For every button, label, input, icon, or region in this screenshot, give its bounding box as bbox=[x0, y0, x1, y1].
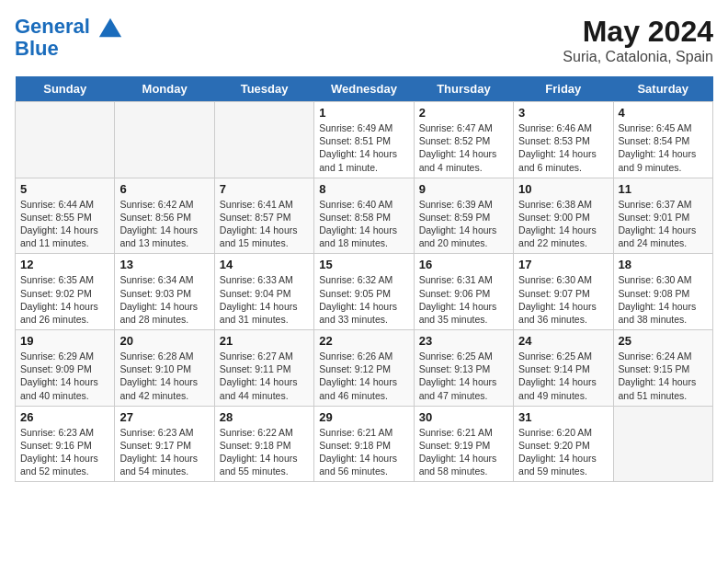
sunset-text: Sunset: 9:00 PM bbox=[518, 211, 608, 224]
day-cell-19: 19Sunrise: 6:29 AMSunset: 9:09 PMDayligh… bbox=[16, 330, 115, 407]
day-number: 9 bbox=[419, 182, 508, 196]
daylight-text: Daylight: 14 hours and 24 minutes. bbox=[619, 224, 708, 249]
sunrise-text: Sunrise: 6:45 AM bbox=[619, 121, 708, 134]
empty-cell bbox=[16, 102, 115, 178]
sunset-text: Sunset: 9:06 PM bbox=[419, 287, 508, 300]
day-cell-31: 31Sunrise: 6:20 AMSunset: 9:20 PMDayligh… bbox=[514, 406, 613, 482]
daylight-text: Daylight: 14 hours and 35 minutes. bbox=[419, 300, 508, 326]
day-cell-22: 22Sunrise: 6:26 AMSunset: 9:12 PMDayligh… bbox=[314, 330, 414, 407]
day-cell-5: 5Sunrise: 6:44 AMSunset: 8:55 PMDaylight… bbox=[16, 178, 115, 254]
daylight-text: Daylight: 14 hours and 31 minutes. bbox=[220, 300, 309, 326]
sunrise-text: Sunrise: 6:21 AM bbox=[319, 426, 408, 439]
daylight-text: Daylight: 14 hours and 20 minutes. bbox=[419, 224, 508, 249]
sunset-text: Sunset: 9:10 PM bbox=[119, 362, 209, 375]
day-number: 2 bbox=[419, 106, 508, 120]
day-number: 11 bbox=[619, 182, 708, 196]
day-cell-4: 4Sunrise: 6:45 AMSunset: 8:54 PMDaylight… bbox=[613, 102, 712, 178]
logo: General Blue bbox=[15, 15, 123, 61]
day-cell-11: 11Sunrise: 6:37 AMSunset: 9:01 PMDayligh… bbox=[613, 178, 712, 254]
day-cell-6: 6Sunrise: 6:42 AMSunset: 8:56 PMDaylight… bbox=[115, 178, 214, 254]
day-info: Sunrise: 6:49 AMSunset: 8:51 PMDaylight:… bbox=[319, 121, 408, 174]
month-title: May 2024 bbox=[563, 15, 713, 49]
sunset-text: Sunset: 9:14 PM bbox=[518, 362, 608, 375]
day-number: 19 bbox=[20, 334, 109, 348]
sunrise-text: Sunrise: 6:21 AM bbox=[419, 426, 508, 439]
day-info: Sunrise: 6:27 AMSunset: 9:11 PMDaylight:… bbox=[220, 350, 309, 402]
sunset-text: Sunset: 9:18 PM bbox=[319, 439, 408, 452]
week-row-1: 1Sunrise: 6:49 AMSunset: 8:51 PMDaylight… bbox=[16, 102, 713, 178]
day-info: Sunrise: 6:30 AMSunset: 9:08 PMDaylight:… bbox=[619, 273, 708, 326]
day-number: 1 bbox=[319, 106, 408, 120]
day-info: Sunrise: 6:42 AMSunset: 8:56 PMDaylight:… bbox=[119, 198, 209, 250]
sunrise-text: Sunrise: 6:33 AM bbox=[220, 273, 309, 286]
day-number: 4 bbox=[619, 106, 708, 120]
week-row-5: 26Sunrise: 6:23 AMSunset: 9:16 PMDayligh… bbox=[16, 406, 713, 482]
day-info: Sunrise: 6:45 AMSunset: 8:54 PMDaylight:… bbox=[619, 121, 708, 174]
col-header-monday: Monday bbox=[115, 76, 214, 102]
day-number: 16 bbox=[419, 258, 508, 271]
day-number: 29 bbox=[319, 410, 408, 424]
calendar-table: SundayMondayTuesdayWednesdayThursdayFrid… bbox=[15, 76, 713, 482]
sunrise-text: Sunrise: 6:25 AM bbox=[518, 350, 608, 362]
daylight-text: Daylight: 14 hours and 28 minutes. bbox=[119, 300, 209, 326]
sunrise-text: Sunrise: 6:39 AM bbox=[419, 198, 508, 211]
sunset-text: Sunset: 9:20 PM bbox=[518, 439, 608, 452]
day-number: 24 bbox=[518, 334, 608, 348]
daylight-text: Daylight: 14 hours and 33 minutes. bbox=[319, 300, 408, 326]
day-cell-18: 18Sunrise: 6:30 AMSunset: 9:08 PMDayligh… bbox=[613, 254, 712, 330]
sunrise-text: Sunrise: 6:30 AM bbox=[619, 273, 708, 286]
day-number: 17 bbox=[518, 258, 608, 271]
sunrise-text: Sunrise: 6:28 AM bbox=[119, 350, 209, 362]
daylight-text: Daylight: 14 hours and 42 minutes. bbox=[119, 375, 209, 401]
daylight-text: Daylight: 14 hours and 15 minutes. bbox=[220, 224, 309, 249]
day-info: Sunrise: 6:41 AMSunset: 8:57 PMDaylight:… bbox=[220, 198, 309, 250]
day-number: 6 bbox=[119, 182, 209, 196]
day-number: 12 bbox=[20, 258, 109, 271]
daylight-text: Daylight: 14 hours and 55 minutes. bbox=[220, 452, 309, 477]
sunrise-text: Sunrise: 6:41 AM bbox=[220, 198, 309, 211]
daylight-text: Daylight: 14 hours and 36 minutes. bbox=[518, 300, 608, 326]
sunset-text: Sunset: 9:11 PM bbox=[220, 362, 309, 375]
sunrise-text: Sunrise: 6:42 AM bbox=[119, 198, 209, 211]
daylight-text: Daylight: 14 hours and 4 minutes. bbox=[419, 147, 508, 173]
sunset-text: Sunset: 9:09 PM bbox=[20, 362, 109, 375]
sunset-text: Sunset: 9:01 PM bbox=[619, 211, 708, 224]
day-number: 13 bbox=[119, 258, 209, 271]
sunrise-text: Sunrise: 6:23 AM bbox=[119, 426, 209, 439]
daylight-text: Daylight: 14 hours and 58 minutes. bbox=[419, 452, 508, 477]
day-cell-2: 2Sunrise: 6:47 AMSunset: 8:52 PMDaylight… bbox=[414, 102, 513, 178]
day-number: 25 bbox=[619, 334, 708, 348]
day-cell-26: 26Sunrise: 6:23 AMSunset: 9:16 PMDayligh… bbox=[16, 406, 115, 482]
sunset-text: Sunset: 9:02 PM bbox=[20, 287, 109, 300]
day-info: Sunrise: 6:44 AMSunset: 8:55 PMDaylight:… bbox=[20, 198, 109, 250]
day-cell-7: 7Sunrise: 6:41 AMSunset: 8:57 PMDaylight… bbox=[214, 178, 313, 254]
empty-cell bbox=[115, 102, 214, 178]
daylight-text: Daylight: 14 hours and 1 minute. bbox=[319, 147, 408, 173]
day-info: Sunrise: 6:25 AMSunset: 9:14 PMDaylight:… bbox=[518, 350, 608, 402]
daylight-text: Daylight: 14 hours and 51 minutes. bbox=[619, 375, 708, 401]
day-cell-3: 3Sunrise: 6:46 AMSunset: 8:53 PMDaylight… bbox=[514, 102, 613, 178]
sunset-text: Sunset: 8:54 PM bbox=[619, 134, 708, 147]
day-number: 8 bbox=[319, 182, 408, 196]
day-cell-1: 1Sunrise: 6:49 AMSunset: 8:51 PMDaylight… bbox=[314, 102, 414, 178]
day-number: 18 bbox=[619, 258, 708, 271]
day-number: 20 bbox=[119, 334, 209, 348]
daylight-text: Daylight: 14 hours and 56 minutes. bbox=[319, 452, 408, 477]
daylight-text: Daylight: 14 hours and 47 minutes. bbox=[419, 375, 508, 401]
day-cell-12: 12Sunrise: 6:35 AMSunset: 9:02 PMDayligh… bbox=[16, 254, 115, 330]
sunset-text: Sunset: 8:51 PM bbox=[319, 134, 408, 147]
day-cell-24: 24Sunrise: 6:25 AMSunset: 9:14 PMDayligh… bbox=[514, 330, 613, 407]
col-header-friday: Friday bbox=[514, 76, 613, 102]
daylight-text: Daylight: 14 hours and 18 minutes. bbox=[319, 224, 408, 249]
location-title: Suria, Catalonia, Spain bbox=[563, 49, 713, 65]
week-row-4: 19Sunrise: 6:29 AMSunset: 9:09 PMDayligh… bbox=[16, 330, 713, 407]
col-header-sunday: Sunday bbox=[16, 76, 115, 102]
sunset-text: Sunset: 9:17 PM bbox=[119, 439, 209, 452]
day-cell-20: 20Sunrise: 6:28 AMSunset: 9:10 PMDayligh… bbox=[115, 330, 214, 407]
sunset-text: Sunset: 9:04 PM bbox=[220, 287, 309, 300]
sunset-text: Sunset: 8:59 PM bbox=[419, 211, 508, 224]
day-number: 3 bbox=[518, 106, 608, 120]
day-cell-14: 14Sunrise: 6:33 AMSunset: 9:04 PMDayligh… bbox=[214, 254, 313, 330]
day-cell-27: 27Sunrise: 6:23 AMSunset: 9:17 PMDayligh… bbox=[115, 406, 214, 482]
title-block: May 2024 Suria, Catalonia, Spain bbox=[563, 15, 713, 65]
